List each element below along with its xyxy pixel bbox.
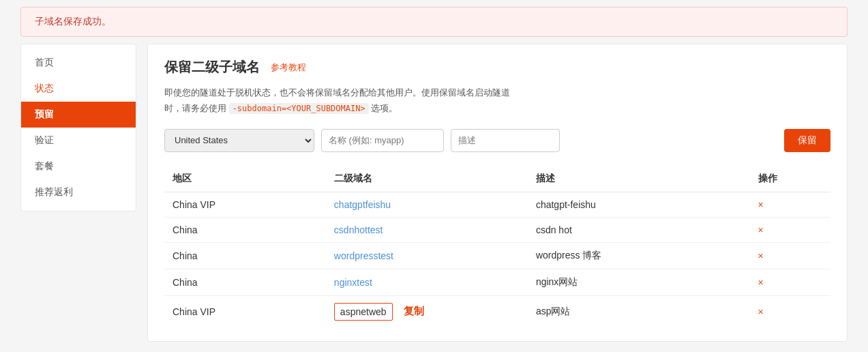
cell-subdomain: wordpresstest [326,242,528,269]
col-header-subdomain: 二级域名 [326,166,528,192]
table-header-row: 地区 二级域名 描述 操作 [164,166,830,192]
cell-region: China [164,269,326,295]
cell-action: × [750,295,830,327]
cell-desc: csdn hot [528,217,750,242]
table-row: China VIPaspnetweb复制asp网站× [164,295,830,327]
page-title: 保留二级子域名 [164,58,260,76]
cell-region: China VIP [164,295,326,327]
desc-code: -subdomain=<YOUR_SUBDOMAIN> [229,103,369,114]
subdomains-table: 地区 二级域名 描述 操作 China VIPchatgptfeishuchat… [164,166,830,327]
cell-desc: chatgpt-feishu [528,192,750,217]
cell-subdomain: aspnetweb复制 [326,295,528,327]
table-row: Chinawordpresstestwordpress 博客× [164,242,830,269]
desc-part2: 时，请务必使用 [164,103,226,113]
subdomain-link[interactable]: csdnhottest [334,224,383,235]
subdomain-link[interactable]: nginxtest [334,277,372,288]
cell-region: China [164,217,326,242]
cell-action: × [750,269,830,295]
col-header-action: 操作 [750,166,830,192]
cell-subdomain: csdnhottest [326,217,528,242]
name-input[interactable] [321,129,444,152]
sidebar-item-reserve[interactable]: 预留 [21,102,136,128]
subdomain-link[interactable]: wordpresstest [334,250,393,261]
subdomain-link[interactable]: chatgptfeishu [334,199,391,210]
cell-subdomain: chatgptfeishu [326,192,528,217]
col-header-region: 地区 [164,166,326,192]
table-row: China VIPchatgptfeishuchatgpt-feishu× [164,192,830,217]
table-row: Chinanginxtestnginx网站× [164,269,830,295]
sidebar-item-home[interactable]: 首页 [21,50,136,76]
delete-button[interactable]: × [758,277,764,288]
cell-desc: asp网站 [528,295,750,327]
desc-part3: 选项。 [371,103,398,113]
success-banner: 子域名保存成功。 [20,7,848,37]
cell-action: × [750,242,830,269]
cell-desc: wordpress 博客 [528,242,750,269]
cell-region: China VIP [164,192,326,217]
sidebar: 首页 状态 预留 验证 套餐 推荐返利 [20,44,136,211]
delete-button[interactable]: × [758,306,764,317]
delete-button[interactable]: × [758,224,764,235]
cell-action: × [750,217,830,242]
form-row: United States China China VIP 保留 [164,129,830,152]
save-button[interactable]: 保留 [784,129,830,152]
col-header-desc: 描述 [528,166,750,192]
desc-input[interactable] [451,129,560,152]
cell-desc: nginx网站 [528,269,750,295]
desc-part1: 即使您的隧道处于脱机状态，也不会将保留域名分配给其他用户。使用保留域名启动隧道 [164,87,510,98]
page-description: 即使您的隧道处于脱机状态，也不会将保留域名分配给其他用户。使用保留域名启动隧道 … [164,85,830,117]
table-row: Chinacsdnhottestcsdn hot× [164,217,830,242]
sidebar-item-referral[interactable]: 推荐返利 [21,179,136,205]
ref-link[interactable]: 参考教程 [271,61,306,74]
content-area: 保留二级子域名 参考教程 即使您的隧道处于脱机状态，也不会将保留域名分配给其他用… [147,44,848,342]
success-message: 子域名保存成功。 [35,16,111,27]
cell-action: × [750,192,830,217]
delete-button[interactable]: × [758,199,764,210]
sidebar-item-status[interactable]: 状态 [21,76,136,102]
delete-button[interactable]: × [758,250,764,261]
page-header: 保留二级子域名 参考教程 [164,58,830,76]
cell-region: China [164,242,326,269]
sidebar-item-verify[interactable]: 验证 [21,128,136,153]
sidebar-item-package[interactable]: 套餐 [21,153,136,179]
region-select[interactable]: United States China China VIP [164,129,314,152]
copy-button[interactable]: 复制 [404,305,424,318]
highlighted-subdomain: aspnetweb [334,303,393,321]
main-layout: 首页 状态 预留 验证 套餐 推荐返利 保留二级子域名 参考教程 即使您的隧道处… [20,44,848,342]
cell-subdomain: nginxtest [326,269,528,295]
